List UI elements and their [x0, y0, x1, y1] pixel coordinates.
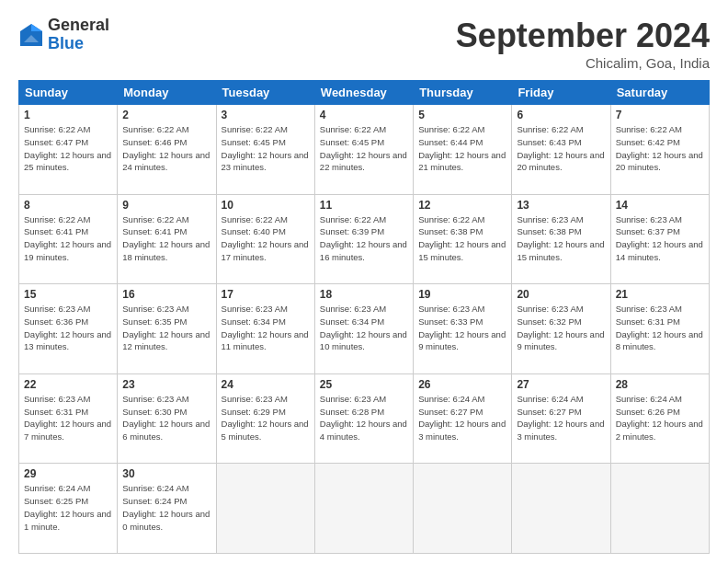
day-number: 28: [616, 378, 704, 391]
location: Chicalim, Goa, India: [456, 55, 710, 71]
day-number: 15: [24, 288, 112, 301]
day-info: Sunrise: 6:23 AM Sunset: 6:36 PM Dayligh…: [24, 303, 112, 353]
day-number: 19: [418, 288, 506, 301]
logo-blue: Blue: [48, 35, 109, 53]
logo: General Blue: [18, 17, 109, 53]
logo-general: General: [48, 17, 109, 35]
day-number: 2: [122, 109, 210, 121]
day-number: 9: [122, 199, 210, 212]
table-row: 1Sunrise: 6:22 AM Sunset: 6:47 PM Daylig…: [19, 105, 118, 195]
day-number: 22: [24, 378, 112, 391]
day-info: Sunrise: 6:23 AM Sunset: 6:34 PM Dayligh…: [320, 303, 408, 353]
day-number: 4: [320, 109, 408, 121]
calendar-week-row: 22Sunrise: 6:23 AM Sunset: 6:31 PM Dayli…: [19, 373, 710, 464]
col-sunday: Sunday: [19, 81, 118, 105]
calendar-header-row: Sunday Monday Tuesday Wednesday Thursday…: [19, 81, 710, 105]
col-thursday: Thursday: [414, 81, 512, 105]
day-info: Sunrise: 6:22 AM Sunset: 6:47 PM Dayligh…: [24, 123, 112, 174]
day-info: Sunrise: 6:24 AM Sunset: 6:25 PM Dayligh…: [24, 482, 112, 533]
table-row: [414, 464, 512, 554]
table-row: 3Sunrise: 6:22 AM Sunset: 6:45 PM Daylig…: [216, 105, 314, 195]
table-row: 16Sunrise: 6:23 AM Sunset: 6:35 PM Dayli…: [118, 284, 216, 374]
day-number: 16: [122, 288, 210, 301]
day-number: 3: [222, 109, 310, 121]
table-row: 24Sunrise: 6:23 AM Sunset: 6:29 PM Dayli…: [216, 373, 314, 464]
day-info: Sunrise: 6:23 AM Sunset: 6:38 PM Dayligh…: [517, 213, 605, 264]
day-info: Sunrise: 6:23 AM Sunset: 6:33 PM Dayligh…: [418, 303, 506, 353]
day-number: 18: [320, 288, 408, 301]
calendar-table: Sunday Monday Tuesday Wednesday Thursday…: [18, 80, 710, 554]
table-row: 8Sunrise: 6:22 AM Sunset: 6:41 PM Daylig…: [19, 194, 118, 284]
col-tuesday: Tuesday: [216, 81, 314, 105]
day-number: 5: [418, 109, 506, 121]
table-row: 22Sunrise: 6:23 AM Sunset: 6:31 PM Dayli…: [19, 373, 118, 464]
day-info: Sunrise: 6:24 AM Sunset: 6:26 PM Dayligh…: [616, 393, 704, 443]
table-row: 5Sunrise: 6:22 AM Sunset: 6:44 PM Daylig…: [414, 105, 512, 195]
day-number: 10: [222, 199, 310, 212]
table-row: 25Sunrise: 6:23 AM Sunset: 6:28 PM Dayli…: [314, 373, 413, 464]
day-info: Sunrise: 6:23 AM Sunset: 6:34 PM Dayligh…: [222, 303, 310, 353]
day-info: Sunrise: 6:23 AM Sunset: 6:32 PM Dayligh…: [517, 303, 605, 353]
calendar-week-row: 29Sunrise: 6:24 AM Sunset: 6:25 PM Dayli…: [19, 464, 710, 554]
table-row: 12Sunrise: 6:22 AM Sunset: 6:38 PM Dayli…: [414, 194, 512, 284]
table-row: 23Sunrise: 6:23 AM Sunset: 6:30 PM Dayli…: [118, 373, 216, 464]
day-info: Sunrise: 6:24 AM Sunset: 6:27 PM Dayligh…: [418, 393, 506, 443]
day-number: 17: [222, 288, 310, 301]
table-row: 17Sunrise: 6:23 AM Sunset: 6:34 PM Dayli…: [216, 284, 314, 374]
day-number: 24: [222, 378, 310, 391]
day-info: Sunrise: 6:23 AM Sunset: 6:30 PM Dayligh…: [122, 393, 210, 443]
table-row: 18Sunrise: 6:23 AM Sunset: 6:34 PM Dayli…: [314, 284, 413, 374]
day-info: Sunrise: 6:22 AM Sunset: 6:42 PM Dayligh…: [616, 123, 704, 174]
day-info: Sunrise: 6:22 AM Sunset: 6:39 PM Dayligh…: [320, 213, 408, 264]
day-info: Sunrise: 6:22 AM Sunset: 6:45 PM Dayligh…: [222, 123, 310, 174]
table-row: [512, 464, 610, 554]
logo-icon: [18, 22, 44, 48]
table-row: [314, 464, 413, 554]
day-info: Sunrise: 6:23 AM Sunset: 6:31 PM Dayligh…: [24, 393, 112, 443]
day-info: Sunrise: 6:22 AM Sunset: 6:44 PM Dayligh…: [418, 123, 506, 174]
day-info: Sunrise: 6:24 AM Sunset: 6:27 PM Dayligh…: [517, 393, 605, 443]
day-number: 11: [320, 199, 408, 212]
table-row: 30Sunrise: 6:24 AM Sunset: 6:24 PM Dayli…: [118, 464, 216, 554]
calendar-week-row: 1Sunrise: 6:22 AM Sunset: 6:47 PM Daylig…: [19, 105, 710, 195]
table-row: 11Sunrise: 6:22 AM Sunset: 6:39 PM Dayli…: [314, 194, 413, 284]
day-number: 21: [616, 288, 704, 301]
day-info: Sunrise: 6:22 AM Sunset: 6:38 PM Dayligh…: [418, 213, 506, 264]
col-friday: Friday: [512, 81, 610, 105]
day-number: 8: [24, 199, 112, 212]
table-row: 20Sunrise: 6:23 AM Sunset: 6:32 PM Dayli…: [512, 284, 610, 374]
day-info: Sunrise: 6:22 AM Sunset: 6:45 PM Dayligh…: [320, 123, 408, 174]
table-row: 9Sunrise: 6:22 AM Sunset: 6:41 PM Daylig…: [118, 194, 216, 284]
day-number: 12: [418, 199, 506, 212]
page: General Blue September 2024 Chicalim, Go…: [0, 0, 728, 563]
day-number: 30: [122, 467, 210, 480]
svg-marker-1: [31, 24, 42, 31]
month-title: September 2024: [456, 17, 710, 55]
day-number: 1: [24, 109, 112, 121]
col-monday: Monday: [118, 81, 216, 105]
day-info: Sunrise: 6:22 AM Sunset: 6:41 PM Dayligh…: [24, 213, 112, 264]
day-number: 25: [320, 378, 408, 391]
table-row: [216, 464, 314, 554]
table-row: 27Sunrise: 6:24 AM Sunset: 6:27 PM Dayli…: [512, 373, 610, 464]
table-row: 28Sunrise: 6:24 AM Sunset: 6:26 PM Dayli…: [610, 373, 709, 464]
logo-text: General Blue: [48, 17, 109, 53]
day-number: 13: [517, 199, 605, 212]
calendar-week-row: 8Sunrise: 6:22 AM Sunset: 6:41 PM Daylig…: [19, 194, 710, 284]
day-info: Sunrise: 6:23 AM Sunset: 6:28 PM Dayligh…: [320, 393, 408, 443]
day-number: 7: [616, 109, 704, 121]
table-row: 7Sunrise: 6:22 AM Sunset: 6:42 PM Daylig…: [610, 105, 709, 195]
day-info: Sunrise: 6:23 AM Sunset: 6:37 PM Dayligh…: [616, 213, 704, 264]
table-row: 26Sunrise: 6:24 AM Sunset: 6:27 PM Dayli…: [414, 373, 512, 464]
day-number: 20: [517, 288, 605, 301]
day-info: Sunrise: 6:23 AM Sunset: 6:35 PM Dayligh…: [122, 303, 210, 353]
table-row: 19Sunrise: 6:23 AM Sunset: 6:33 PM Dayli…: [414, 284, 512, 374]
day-info: Sunrise: 6:22 AM Sunset: 6:40 PM Dayligh…: [222, 213, 310, 264]
table-row: 6Sunrise: 6:22 AM Sunset: 6:43 PM Daylig…: [512, 105, 610, 195]
day-info: Sunrise: 6:22 AM Sunset: 6:43 PM Dayligh…: [517, 123, 605, 174]
table-row: [610, 464, 709, 554]
day-number: 6: [517, 109, 605, 121]
table-row: 13Sunrise: 6:23 AM Sunset: 6:38 PM Dayli…: [512, 194, 610, 284]
table-row: 14Sunrise: 6:23 AM Sunset: 6:37 PM Dayli…: [610, 194, 709, 284]
day-info: Sunrise: 6:22 AM Sunset: 6:46 PM Dayligh…: [122, 123, 210, 174]
